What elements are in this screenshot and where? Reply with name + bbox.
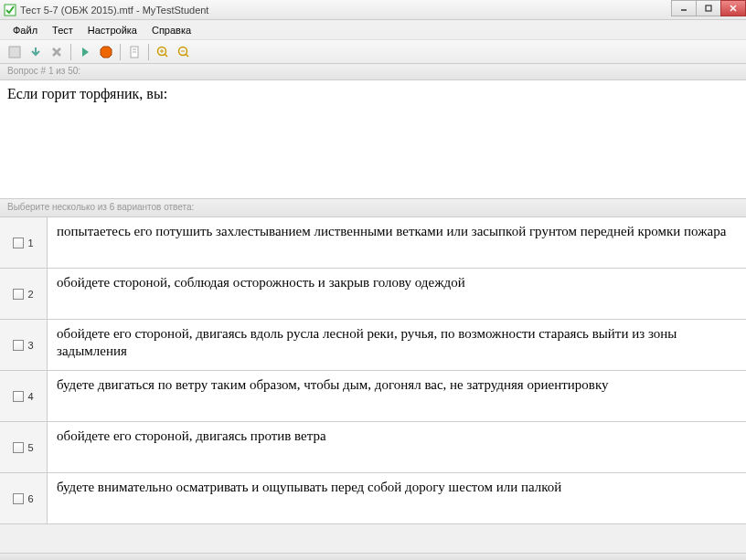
cancel-x-icon[interactable] [48, 43, 66, 61]
close-button[interactable] [720, 0, 746, 16]
answer-row: 1 попытаетесь его потушить захлестывание… [0, 217, 746, 269]
question-text-area: Если горит торфяник, вы: [0, 80, 746, 199]
answer-row: 5 обойдете его стороной, двигаясь против… [0, 422, 746, 473]
svg-rect-5 [9, 47, 20, 58]
checkbox-icon[interactable] [13, 442, 24, 453]
toolbar-separator [70, 44, 71, 60]
answer-check-cell[interactable]: 2 [0, 269, 48, 319]
answer-row: 3 обойдете его стороной, двигаясь вдоль … [0, 320, 746, 371]
answer-check-cell[interactable]: 4 [0, 371, 48, 421]
menu-test[interactable]: Тест [45, 23, 80, 37]
answer-check-cell[interactable]: 6 [0, 473, 48, 523]
answer-text[interactable]: будете внимательно осматривать и ощупыва… [48, 473, 746, 523]
answer-check-cell[interactable]: 3 [0, 320, 48, 370]
titlebar: Тест 5-7 (ОБЖ 2015).mtf - MyTestStudent [0, 0, 746, 20]
svg-rect-2 [706, 5, 711, 11]
status-bar [0, 553, 746, 560]
checkbox-icon[interactable] [13, 238, 24, 248]
answer-text[interactable]: обойдете стороной, соблюдая осторожность… [48, 269, 746, 319]
answers-list: 1 попытаетесь его потушить захлестывание… [0, 217, 746, 524]
answer-row: 6 будете внимательно осматривать и ощупы… [0, 473, 746, 524]
answer-number: 3 [27, 340, 33, 351]
answer-number: 5 [27, 442, 33, 453]
checkbox-icon[interactable] [13, 493, 24, 504]
question-counter-bar: Вопрос # 1 из 50: [0, 64, 746, 80]
answer-text[interactable]: обойдете его стороной, двигаясь вдоль ру… [48, 320, 746, 370]
menu-file[interactable]: Файл [5, 23, 45, 37]
answer-text[interactable]: обойдете его стороной, двигаясь против в… [48, 422, 746, 472]
zoom-out-icon[interactable] [175, 43, 193, 61]
app-icon [4, 4, 16, 16]
checkbox-icon[interactable] [13, 391, 24, 402]
toolbar-separator [120, 44, 121, 60]
checkbox-icon[interactable] [13, 289, 24, 300]
question-text: Если горит торфяник, вы: [7, 86, 167, 101]
svg-line-16 [186, 54, 188, 57]
document-icon[interactable] [125, 43, 144, 61]
maximize-button[interactable] [696, 0, 721, 16]
toolbar [0, 40, 746, 64]
stop-icon[interactable] [97, 43, 115, 61]
down-arrow-icon[interactable] [27, 43, 45, 61]
toolbar-separator [148, 44, 149, 60]
save-icon[interactable] [5, 43, 24, 61]
answer-text[interactable]: будете двигаться по ветру таким образом,… [48, 371, 746, 421]
answer-row: 2 обойдете стороной, соблюдая осторожнос… [0, 269, 746, 320]
window-title: Тест 5-7 (ОБЖ 2015).mtf - MyTestStudent [20, 5, 742, 16]
menubar: Файл Тест Настройка Справка [0, 20, 746, 40]
answer-text[interactable]: попытаетесь его потушить захлестыванием … [48, 217, 746, 268]
answer-check-cell[interactable]: 1 [0, 217, 48, 268]
menu-settings[interactable]: Настройка [80, 23, 144, 37]
answer-number: 1 [27, 238, 33, 248]
answer-check-cell[interactable]: 5 [0, 422, 48, 472]
minimize-button[interactable] [671, 0, 697, 16]
instruction-bar: Выберите несколько из 6 вариантов ответа… [0, 199, 746, 217]
answer-number: 4 [27, 391, 33, 402]
checkbox-icon[interactable] [13, 340, 24, 351]
menu-help[interactable]: Справка [144, 23, 198, 37]
window-controls [672, 0, 746, 18]
answer-row: 4 будете двигаться по ветру таким образо… [0, 371, 746, 422]
answer-number: 6 [27, 493, 33, 504]
play-icon[interactable] [76, 43, 94, 61]
answer-number: 2 [27, 289, 33, 300]
svg-line-12 [165, 54, 167, 57]
zoom-in-icon[interactable] [154, 43, 172, 61]
